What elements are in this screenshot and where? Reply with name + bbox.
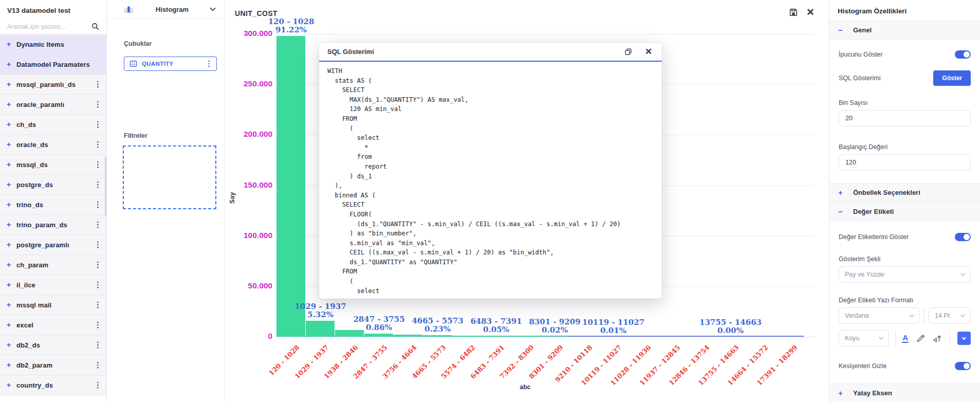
expand-plus-icon[interactable]: +: [7, 80, 16, 88]
expand-plus-icon[interactable]: +: [7, 261, 16, 269]
section-deger-etiketi[interactable]: − Değer Etiketi: [829, 202, 980, 221]
start-value-input[interactable]: [839, 154, 971, 171]
kebab-menu-icon[interactable]: ⋮: [94, 182, 101, 187]
bin-count-input[interactable]: [839, 110, 971, 126]
field-chip-menu-icon[interactable]: ⋮: [205, 61, 212, 66]
sidebar-item-label: db2_ds: [16, 341, 94, 349]
font-color-icon[interactable]: A: [902, 334, 909, 343]
sidebar-item[interactable]: +mssql mail⋮: [0, 295, 106, 315]
hide-overlaps-toggle[interactable]: [955, 362, 971, 370]
histogram-bar[interactable]: [423, 335, 452, 337]
kebab-menu-icon[interactable]: ⋮: [94, 222, 101, 227]
expand-plus-icon[interactable]: +: [7, 281, 16, 289]
kebab-menu-icon[interactable]: ⋮: [94, 82, 101, 87]
kebab-menu-icon[interactable]: ⋮: [94, 362, 101, 368]
histogram-bar[interactable]: [394, 335, 422, 337]
expand-plus-icon[interactable]: +: [7, 200, 16, 209]
histogram-bar[interactable]: [511, 336, 540, 337]
sidebar-item[interactable]: +Datamodel Paramaters: [0, 54, 106, 75]
sidebar-item[interactable]: +Dynamic Items: [0, 34, 106, 54]
sidebar-item[interactable]: +mssql_ds⋮: [0, 155, 106, 175]
histogram-bar[interactable]: [276, 36, 305, 337]
y-axis-tick-label: 250.000: [244, 79, 272, 88]
histogram-bar[interactable]: [306, 321, 335, 337]
font-size-select[interactable]: 14 Pt: [929, 307, 971, 324]
datamodel-title: V13 datamodel test: [0, 0, 106, 19]
sidebar-item[interactable]: +ch_ds⋮: [0, 115, 106, 135]
kebab-menu-icon[interactable]: ⋮: [94, 262, 101, 267]
sidebar-item[interactable]: +mssql_paramlı_ds⋮: [0, 75, 106, 95]
kebab-menu-icon[interactable]: ⋮: [94, 342, 101, 348]
label-color-picker[interactable]: [957, 332, 971, 345]
kebab-menu-icon[interactable]: ⋮: [94, 282, 101, 287]
sidebar-item-label: excel: [16, 321, 94, 329]
display-mode-select[interactable]: Pay ve Yüzde: [839, 266, 971, 283]
gridline: [276, 34, 816, 34]
kebab-menu-icon[interactable]: ⋮: [94, 142, 101, 147]
field-chip-quantity[interactable]: QUANTITY ⋮: [124, 57, 217, 71]
close-chart-icon[interactable]: ✕: [805, 7, 816, 17]
tooltip-toggle[interactable]: [955, 50, 971, 59]
expand-plus-icon[interactable]: +: [7, 361, 16, 369]
expand-plus-icon[interactable]: +: [7, 60, 16, 68]
kebab-menu-icon[interactable]: ⋮: [94, 162, 101, 167]
expand-plus-icon[interactable]: +: [7, 221, 16, 229]
y-axis-tick-label: 0: [244, 332, 272, 341]
close-modal-icon[interactable]: ✕: [643, 47, 654, 57]
expand-plus-icon[interactable]: +: [7, 341, 16, 349]
kebab-menu-icon[interactable]: ⋮: [94, 202, 101, 207]
histogram-bar[interactable]: [540, 336, 569, 337]
sidebar-item-label: mssql_paramlı_ds: [16, 81, 94, 88]
sidebar-item[interactable]: +oracle_paramlı⋮: [0, 95, 106, 115]
sidebar-item[interactable]: +trino_param_ds⋮: [0, 215, 106, 235]
sidebar-item-label: Datamodel Paramaters: [16, 61, 101, 68]
filter-drop-zone[interactable]: [123, 145, 216, 209]
sidebar-item[interactable]: +ch_param⋮: [0, 255, 106, 275]
sidebar-item[interactable]: +oracle_ds⋮: [0, 135, 106, 155]
expand-plus-icon[interactable]: +: [7, 321, 16, 329]
sidebar-item[interactable]: +postgre_paramlı⋮: [0, 235, 106, 255]
save-chart-icon[interactable]: [788, 7, 799, 17]
expand-plus-icon[interactable]: +: [7, 180, 16, 189]
text-rotate-icon[interactable]: [932, 334, 942, 343]
histogram-bar[interactable]: [452, 336, 481, 337]
histogram-bar[interactable]: [482, 336, 510, 337]
sidebar-item[interactable]: +il_ilce⋮: [0, 275, 106, 295]
search-input[interactable]: [7, 23, 91, 30]
kebab-menu-icon[interactable]: ⋮: [94, 242, 101, 247]
histogram-bar[interactable]: [364, 334, 393, 337]
expand-plus-icon[interactable]: +: [7, 241, 16, 249]
sidebar-item[interactable]: +trino_ds⋮: [0, 195, 106, 215]
expand-plus-icon[interactable]: +: [7, 301, 16, 309]
pen-icon[interactable]: [916, 334, 925, 343]
copy-icon[interactable]: [623, 47, 634, 57]
chevron-down-icon: [960, 271, 966, 276]
value-labels-toggle-label: Değer Etiketlerini Göster: [839, 233, 909, 241]
section-yatay-eksen[interactable]: + Yatay Eksen: [829, 383, 980, 402]
sidebar-item[interactable]: +db2_ds⋮: [0, 335, 106, 355]
font-family-select[interactable]: Verdana: [839, 307, 920, 324]
value-labels-toggle[interactable]: [955, 233, 971, 241]
expand-plus-icon[interactable]: +: [7, 100, 16, 108]
sql-code-area[interactable]: WITH stats AS ( SELECT MAX(ds_1."QUANTIT…: [319, 62, 662, 297]
sidebar-item[interactable]: +postgre_ds⋮: [0, 175, 106, 195]
sidebar-item[interactable]: +excel⋮: [0, 315, 106, 335]
sidebar-item[interactable]: +country_ds⋮: [0, 375, 106, 395]
expand-plus-icon[interactable]: +: [7, 140, 16, 149]
kebab-menu-icon[interactable]: ⋮: [94, 322, 101, 327]
kebab-menu-icon[interactable]: ⋮: [94, 382, 101, 388]
expand-plus-icon[interactable]: +: [7, 120, 16, 129]
sidebar-item[interactable]: +db2_param⋮: [0, 355, 106, 375]
section-genel[interactable]: − Genel: [829, 21, 980, 40]
expand-plus-icon[interactable]: +: [7, 40, 16, 48]
kebab-menu-icon[interactable]: ⋮: [94, 302, 101, 307]
section-onbellek[interactable]: + Önbellek Seçenekleri: [829, 183, 980, 202]
kebab-menu-icon[interactable]: ⋮: [94, 102, 101, 107]
show-sql-button[interactable]: Göster: [933, 70, 971, 86]
expand-plus-icon[interactable]: +: [7, 381, 16, 389]
font-weight-select[interactable]: Koyu: [839, 330, 889, 346]
sidebar-scrollbar[interactable]: [105, 157, 106, 216]
expand-plus-icon[interactable]: +: [7, 160, 16, 169]
chart-type-dropdown[interactable]: Histogram: [107, 0, 224, 19]
kebab-menu-icon[interactable]: ⋮: [94, 122, 101, 127]
